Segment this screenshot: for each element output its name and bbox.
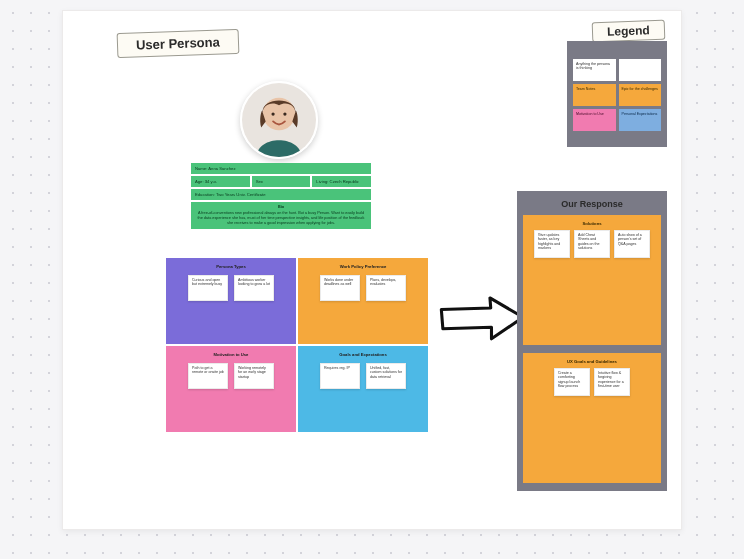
bio-text: A free-of-conventions new professional a…	[198, 211, 365, 225]
notes-row: Curious and open but extremely busy Ambi…	[170, 275, 292, 301]
svg-point-3	[283, 112, 286, 115]
response-subtitle: Solutions	[529, 221, 655, 226]
notes-row: Path to get a remote or onsite job Worki…	[170, 363, 292, 389]
notes-row: Create a comforting signup launch flow p…	[529, 368, 655, 396]
info-education: Education: Two Years Univ. Certificate	[191, 189, 371, 200]
svg-point-2	[271, 112, 274, 115]
quadrant-goals[interactable]: Goals and Expectations Requires reg. IP …	[298, 346, 428, 432]
avatar-illustration	[242, 83, 316, 157]
info-sex: Sex	[252, 176, 311, 187]
sticky-note[interactable]: Working remotely for an early stage star…	[234, 363, 274, 389]
legend-tag: Legend	[592, 20, 665, 43]
bio-title: Bio	[195, 205, 367, 210]
legend-item: Epic for the challenges	[619, 84, 662, 106]
info-name: Name: Anna Sanchez	[191, 163, 371, 174]
sticky-note[interactable]: Create a comforting signup launch flow p…	[554, 368, 590, 396]
title-tag: User Persona	[117, 29, 240, 58]
response-panel: Our Response Solutions Give updates fast…	[517, 191, 667, 491]
quadrant-title: Work Policy Preference	[302, 264, 424, 269]
sticky-note[interactable]: Give updates faster, as key highlights a…	[534, 230, 570, 258]
legend-grid: Anything the persona is thinking Team No…	[573, 59, 661, 131]
sticky-note[interactable]: Intuitive flow & forgiving experience fo…	[594, 368, 630, 396]
quadrant-work-policy[interactable]: Work Policy Preference Works done under …	[298, 258, 428, 344]
notes-row: Give updates faster, as key highlights a…	[529, 230, 655, 258]
persona-info-block: Name: Anna Sanchez Age: 34 y.o. Sex Livi…	[191, 163, 371, 229]
response-box-ux-goals[interactable]: UX Goals and Guidelines Create a comfort…	[523, 353, 661, 483]
quadrant-title: Motivation to Use	[170, 352, 292, 357]
legend-item: Personal Expectations	[619, 109, 662, 131]
response-title: Our Response	[523, 199, 661, 209]
sticky-note[interactable]: Auto show of a person's set of Q&A pages	[614, 230, 650, 258]
legend-item: Team Notes	[573, 84, 616, 106]
info-age: Age: 34 y.o.	[191, 176, 250, 187]
response-box-solutions[interactable]: Solutions Give updates faster, as key hi…	[523, 215, 661, 345]
response-subtitle: UX Goals and Guidelines	[529, 359, 655, 364]
legend-panel: Anything the persona is thinking Team No…	[567, 41, 667, 147]
quadrant-title: Persona Types	[170, 264, 292, 269]
notes-row: Requires reg. IP Unified, fast, custom s…	[302, 363, 424, 389]
sticky-note[interactable]: Add Cheat Sheets and guides on the solut…	[574, 230, 610, 258]
quadrant-title: Goals and Expectations	[302, 352, 424, 357]
sticky-note[interactable]: Ambitious worker looking to grow a lot	[234, 275, 274, 301]
info-bio: Bio A free-of-conventions new profession…	[191, 202, 371, 229]
avatar	[240, 81, 318, 159]
info-row: Age: 34 y.o. Sex Living: Czech Republic	[191, 176, 371, 187]
legend-item	[619, 59, 662, 81]
sticky-note[interactable]: Plans, develops, evaluates	[366, 275, 406, 301]
sticky-note[interactable]: Requires reg. IP	[320, 363, 360, 389]
sticky-note[interactable]: Path to get a remote or onsite job	[188, 363, 228, 389]
sticky-note[interactable]: Curious and open but extremely busy	[188, 275, 228, 301]
whiteboard-canvas[interactable]: User Persona Name: Anna Sanchez Age: 34 …	[62, 10, 682, 530]
legend-item: Anything the persona is thinking	[573, 59, 616, 81]
quadrant-persona-types[interactable]: Persona Types Curious and open but extre…	[166, 258, 296, 344]
sticky-note[interactable]: Works done under deadlines as well	[320, 275, 360, 301]
title-text: User Persona	[136, 35, 220, 53]
legend-item: Motivation to Use	[573, 109, 616, 131]
info-location: Living: Czech Republic	[312, 176, 371, 187]
legend-title: Legend	[607, 23, 650, 38]
sticky-note[interactable]: Unified, fast, custom solutions for data…	[366, 363, 406, 389]
quadrant-motivation[interactable]: Motivation to Use Path to get a remote o…	[166, 346, 296, 432]
notes-row: Works done under deadlines as well Plans…	[302, 275, 424, 301]
